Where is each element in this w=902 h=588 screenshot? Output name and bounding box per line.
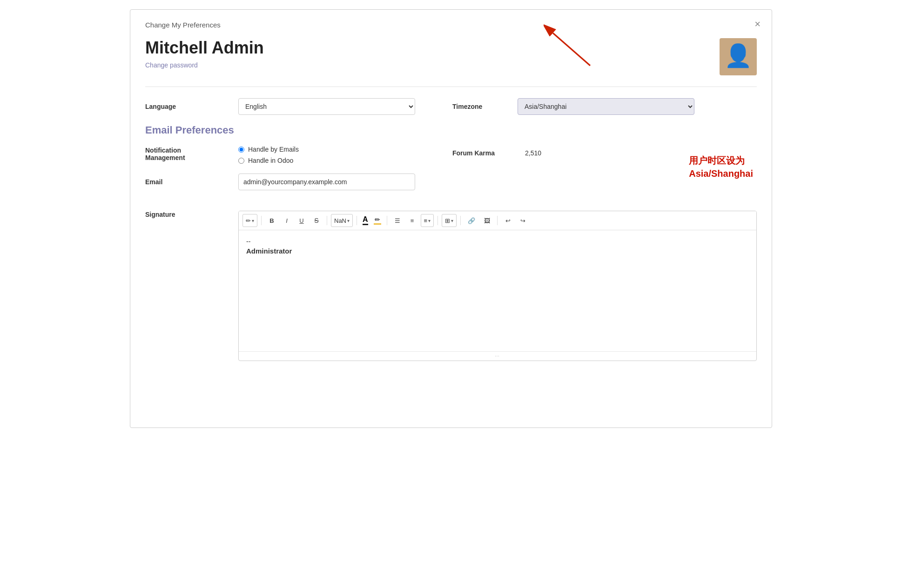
email-label: Email	[145, 178, 238, 186]
table-icon: ⊞	[445, 217, 450, 224]
italic-button[interactable]: I	[280, 214, 293, 227]
ordered-list-icon: ≡	[411, 217, 414, 224]
highlight-bar	[374, 223, 381, 225]
image-icon: 🖼	[484, 217, 490, 224]
link-icon: 🔗	[468, 217, 475, 224]
redo-icon: ↪	[520, 217, 525, 224]
signature-editor: ✏ ▾ B I U S	[238, 211, 757, 361]
sep5	[438, 216, 438, 225]
forum-karma-label: Forum Karma	[452, 149, 518, 157]
font-color-icon: A	[363, 216, 368, 223]
timezone-select[interactable]: Asia/Shanghai UTC America/New_York	[518, 98, 694, 115]
notification-radio-group: Handle by Emails Handle in Odoo	[238, 146, 299, 164]
notification-management-label: NotificationManagement	[145, 146, 238, 161]
strikethrough-button[interactable]: S	[310, 214, 323, 227]
forum-karma-value: 2,510	[525, 149, 541, 157]
sep2	[327, 216, 327, 225]
signature-name: Administrator	[246, 247, 749, 255]
email-preferences-title: Email Preferences	[145, 124, 757, 136]
timezone-label: Timezone	[452, 103, 518, 110]
editor-content[interactable]: -- Administrator	[239, 230, 756, 351]
format-dropdown[interactable]: ✏ ▾	[242, 214, 257, 227]
undo-icon: ↩	[505, 217, 511, 224]
align-dropdown[interactable]: ≡ ▾	[421, 214, 434, 227]
forum-karma-section: Forum Karma 2,510	[452, 147, 541, 157]
sep3	[357, 216, 357, 225]
highlight-icon: ✏	[375, 216, 380, 223]
font-size-value: NaN	[334, 217, 346, 224]
close-button[interactable]: ×	[754, 19, 761, 29]
sep1	[261, 216, 262, 225]
user-name: Mitchell Admin	[145, 38, 264, 58]
unordered-list-icon: ☰	[395, 217, 400, 224]
radio-handle-in-odoo-input[interactable]	[238, 158, 244, 164]
sep6	[460, 216, 461, 225]
radio-handle-in-odoo-label: Handle in Odoo	[248, 157, 293, 164]
dialog-title: Change My Preferences	[145, 21, 757, 29]
image-button[interactable]: 🖼	[480, 214, 493, 227]
email-input[interactable]	[238, 174, 415, 190]
radio-handle-by-emails-input[interactable]	[238, 147, 244, 153]
editor-resize-handle[interactable]: ⋯	[239, 351, 756, 361]
undo-button[interactable]: ↩	[501, 214, 514, 227]
language-timezone-row: Language English French Spanish Timezone…	[145, 98, 757, 115]
table-dropdown[interactable]: ⊞ ▾	[442, 214, 457, 227]
language-select[interactable]: English French Spanish	[238, 98, 415, 115]
font-size-dropdown[interactable]: NaN ▾	[331, 214, 353, 227]
language-label: Language	[145, 103, 238, 110]
align-icon: ≡	[424, 217, 428, 224]
sep4	[387, 216, 387, 225]
align-caret: ▾	[428, 218, 431, 223]
radio-handle-by-emails[interactable]: Handle by Emails	[238, 146, 299, 153]
highlight-button[interactable]: ✏	[372, 215, 383, 226]
change-password-link[interactable]: Change password	[145, 61, 198, 69]
svg-line-1	[553, 33, 590, 66]
ordered-list-button[interactable]: ≡	[406, 214, 419, 227]
sep7	[497, 216, 498, 225]
annotation-block: 用户时区设为 Asia/Shanghai	[689, 154, 753, 180]
avatar	[720, 38, 757, 75]
format-icon: ✏	[246, 217, 251, 224]
font-color-bar	[363, 224, 368, 225]
table-caret: ▾	[451, 218, 453, 223]
underline-button[interactable]: U	[295, 214, 308, 227]
editor-toolbar: ✏ ▾ B I U S	[239, 211, 756, 230]
signature-dash: --	[246, 238, 749, 245]
format-caret: ▾	[252, 218, 254, 223]
link-button[interactable]: 🔗	[464, 214, 478, 227]
divider	[145, 87, 757, 87]
radio-handle-by-emails-label: Handle by Emails	[248, 146, 299, 153]
bold-button[interactable]: B	[265, 214, 278, 227]
resize-dots-icon: ⋯	[495, 354, 500, 359]
font-color-button[interactable]: A	[361, 215, 370, 226]
signature-label: Signature	[145, 207, 238, 218]
unordered-list-button[interactable]: ☰	[391, 214, 404, 227]
font-size-caret: ▾	[347, 218, 350, 223]
radio-handle-in-odoo[interactable]: Handle in Odoo	[238, 157, 299, 164]
redo-button[interactable]: ↪	[516, 214, 529, 227]
annotation-text: 用户时区设为 Asia/Shanghai	[689, 154, 753, 180]
annotation-arrow-svg	[544, 24, 599, 70]
